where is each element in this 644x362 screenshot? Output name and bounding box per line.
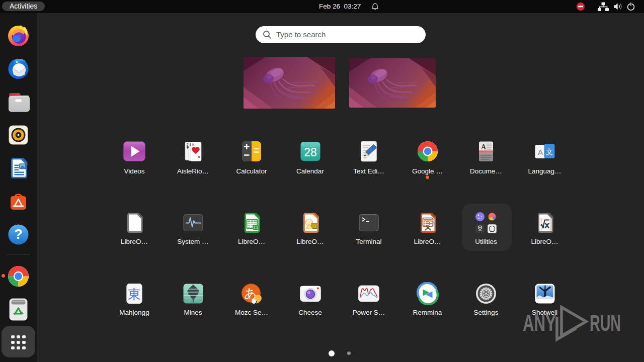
- svg-text:?: ?: [14, 227, 23, 242]
- svg-text:A: A: [537, 148, 542, 156]
- svg-text:5: 5: [186, 143, 188, 146]
- svg-text:8: 8: [189, 143, 191, 146]
- svg-text:東: 東: [128, 287, 141, 302]
- svg-text:A: A: [192, 143, 194, 146]
- svg-text:A: A: [481, 143, 487, 151]
- svg-text:文: 文: [545, 147, 553, 156]
- svg-text:RUN: RUN: [590, 310, 621, 336]
- svg-text:28: 28: [304, 146, 317, 159]
